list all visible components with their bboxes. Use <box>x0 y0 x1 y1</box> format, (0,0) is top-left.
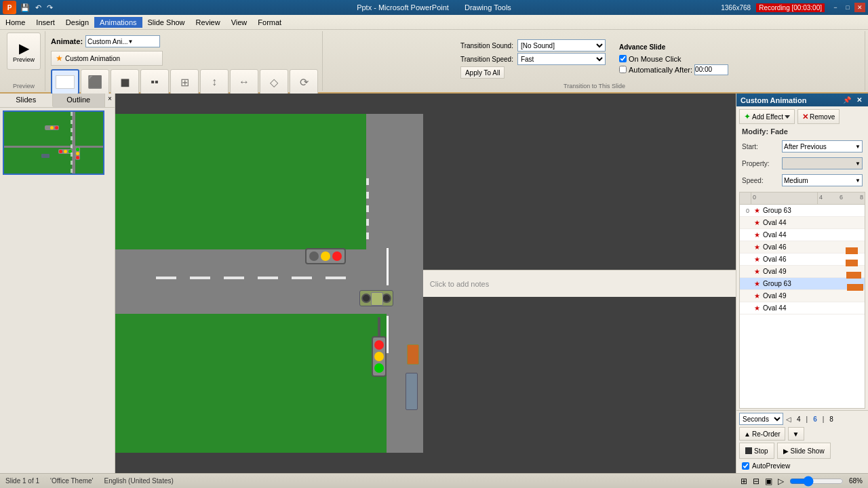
star-icon-3: ★ <box>752 243 762 252</box>
on-mouse-click-label: On Mouse Click <box>629 55 682 63</box>
office-logo-icon[interactable]: P <box>3 1 16 14</box>
car-green-h <box>359 290 393 306</box>
anim-panel-close-icon[interactable]: ✕ <box>854 96 864 104</box>
animate-combo[interactable]: Custom Ani... ▼ <box>85 35 160 47</box>
add-effect-button[interactable]: ✦ Add Effect <box>739 109 795 124</box>
slide-canvas[interactable] <box>115 114 423 453</box>
zoom-slider[interactable] <box>789 476 844 487</box>
slide-thumb-1[interactable]: 1 <box>3 110 104 175</box>
ribbon-preview-group: ▶ Preview Preview <box>3 31 45 91</box>
anim-thumb-6[interactable]: ↔ <box>230 69 258 95</box>
table-row[interactable]: ★ Oval 49 <box>740 290 865 302</box>
reorder-up-button[interactable]: ▲ Re-Order <box>739 427 785 441</box>
anim-thumb-0[interactable] <box>51 69 79 95</box>
menu-slideshow[interactable]: Slide Show <box>142 17 191 28</box>
quick-access-undo[interactable]: ↶ <box>34 2 43 14</box>
ribbon-transition-label: Transition to This Slide <box>564 83 625 89</box>
reorder-down-button[interactable]: ▼ <box>788 427 804 441</box>
view-presenter-btn[interactable]: ▷ <box>778 476 784 486</box>
start-select[interactable]: After Previous ▼ <box>782 140 863 152</box>
table-row[interactable]: ★ Oval 49 <box>740 266 865 278</box>
view-slide-sorter-btn[interactable]: ⊟ <box>753 476 760 486</box>
anim-thumb-7[interactable]: ◇ <box>260 69 288 95</box>
seconds-row: Seconds ◁ 4 | 6 | 8 <box>739 413 865 425</box>
theme-info: 'Office Theme' <box>50 477 93 485</box>
speed-select[interactable]: Medium ▼ <box>782 174 863 186</box>
tab-slides[interactable]: Slides <box>0 94 53 107</box>
star-icon-7: ★ <box>752 291 762 301</box>
menu-format[interactable]: Format <box>252 17 287 28</box>
ribbon: ▶ Preview Preview Animate: Custom Ani...… <box>0 30 868 94</box>
menu-home[interactable]: Home <box>0 17 31 28</box>
table-row[interactable]: ★ Oval 44 <box>740 217 865 229</box>
tab-outline[interactable]: Outline <box>53 94 106 107</box>
anim-footer: Seconds ◁ 4 | 6 | 8 ▲ Re-Order ▼ <box>736 410 868 473</box>
menu-review[interactable]: Review <box>191 17 226 28</box>
transition-sound-select[interactable]: [No Sound] <box>517 39 606 52</box>
window-title: Pptx - Microsoft PowerPoint Drawing Tool… <box>357 3 511 12</box>
apply-to-all-button[interactable]: Apply To All <box>460 66 505 79</box>
anim-thumb-3[interactable]: ▪▪ <box>140 69 169 95</box>
autopreview-checkbox[interactable] <box>742 462 749 470</box>
custom-animation-btn[interactable]: ★ Custom Animation <box>51 51 163 66</box>
menu-insert[interactable]: Insert <box>31 17 60 28</box>
transition-sound-row: Transition Sound: [No Sound] <box>460 39 606 52</box>
transition-speed-row: Transition Speed: Fast <box>460 53 606 65</box>
table-row[interactable]: ★ Oval 46 <box>740 241 865 253</box>
slide-show-button[interactable]: ▶ Slide Show <box>777 443 831 459</box>
seconds-arrow-left[interactable]: ◁ <box>786 415 791 423</box>
star-icon-4: ★ <box>752 255 762 264</box>
car-orange-v <box>407 344 419 365</box>
anim-thumb-8[interactable]: ⟳ <box>290 69 318 95</box>
seconds-select[interactable]: Seconds <box>739 413 783 425</box>
table-row[interactable]: ★ Oval 44 <box>740 229 865 241</box>
remove-button[interactable]: ✕ Remove <box>797 109 840 124</box>
auto-after-label: Automatically After: <box>629 66 692 74</box>
view-reading-btn[interactable]: ▣ <box>765 476 772 486</box>
light-green-v2 <box>374 363 384 373</box>
anim-panel-pin-icon[interactable]: 📌 <box>841 96 853 104</box>
reorder-icon: ▲ <box>744 430 751 438</box>
menu-design[interactable]: Design <box>60 17 94 28</box>
quick-access-redo[interactable]: ↷ <box>45 2 54 14</box>
stop-button[interactable]: Stop <box>739 443 774 459</box>
quick-access-save[interactable]: 💾 <box>19 2 31 14</box>
table-row[interactable]: ★ Oval 44 <box>740 302 865 314</box>
main-area: Slides Outline × 1 <box>0 94 868 473</box>
notes-area[interactable]: Click to add notes <box>423 270 736 297</box>
close-button[interactable]: ✕ <box>854 3 865 12</box>
auto-time-input[interactable] <box>694 64 728 75</box>
maximize-button[interactable]: □ <box>842 3 853 12</box>
menu-view[interactable]: View <box>226 17 253 28</box>
animate-label: Animate: <box>51 37 83 45</box>
anim-thumb-1[interactable]: ⬛ <box>81 69 109 95</box>
table-row[interactable]: ★ Oval 46 <box>740 253 865 266</box>
autopreview-row: AutoPreview <box>739 461 865 471</box>
advance-slide-label: Advance Slide <box>619 43 728 51</box>
seconds-divider2: | <box>823 415 825 423</box>
transition-speed-select[interactable]: Fast <box>517 53 606 65</box>
language-info: English (United States) <box>104 477 174 485</box>
slides-panel: Slides Outline × 1 <box>0 94 115 473</box>
anim-thumb-2[interactable]: ◼ <box>111 69 139 95</box>
tl-bar-area-3 <box>817 245 865 250</box>
table-row[interactable]: 0 ★ Group 63 <box>740 205 865 217</box>
panel-close-button[interactable]: × <box>105 94 115 103</box>
menu-animations[interactable]: Animations <box>94 17 142 28</box>
seconds-4: 4 <box>794 415 804 423</box>
anim-top-buttons: ✦ Add Effect ✕ Remove <box>739 109 865 124</box>
table-row[interactable]: ★ Group 63 <box>740 278 865 290</box>
anim-thumb-4[interactable]: ⊞ <box>170 69 199 95</box>
star-icon-6: ★ <box>752 279 762 289</box>
preview-button[interactable]: ▶ Preview <box>7 33 41 70</box>
car-gray-v <box>406 373 418 410</box>
tl-label-2: Oval 44 <box>763 231 817 239</box>
star-icon-2: ★ <box>752 230 762 240</box>
on-mouse-click-checkbox[interactable] <box>619 55 627 62</box>
property-select[interactable]: ▼ <box>782 157 863 169</box>
view-normal-btn[interactable]: ⊞ <box>741 476 747 486</box>
anim-thumb-5[interactable]: ↕ <box>200 69 229 95</box>
minimize-button[interactable]: − <box>830 3 841 12</box>
statusbar-right: ⊞ ⊟ ▣ ▷ 68% <box>741 476 863 487</box>
auto-after-checkbox[interactable] <box>619 66 627 73</box>
